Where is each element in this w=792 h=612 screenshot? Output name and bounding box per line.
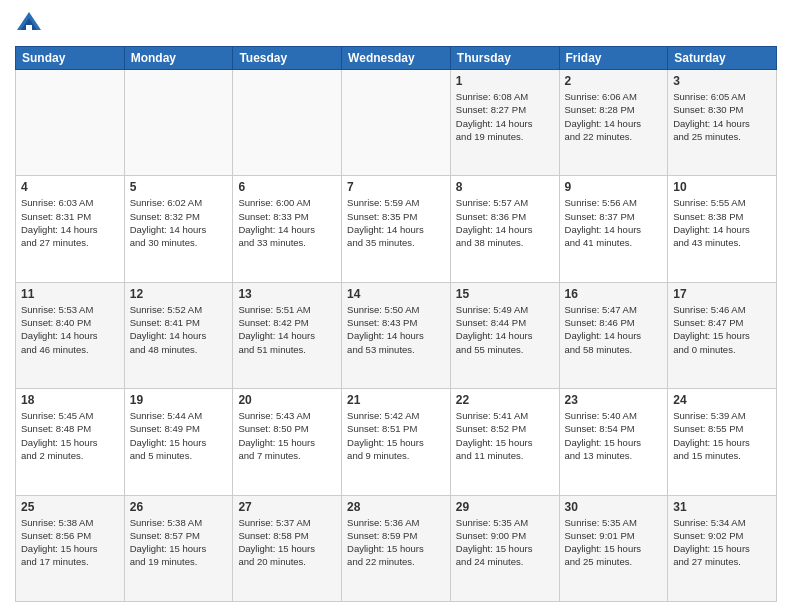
logo [15,10,47,38]
day-number: 19 [130,393,228,407]
day-number: 7 [347,180,445,194]
calendar-cell: 13Sunrise: 5:51 AM Sunset: 8:42 PM Dayli… [233,282,342,388]
day-info: Sunrise: 5:45 AM Sunset: 8:48 PM Dayligh… [21,409,119,462]
calendar-cell: 10Sunrise: 5:55 AM Sunset: 8:38 PM Dayli… [668,176,777,282]
day-info: Sunrise: 5:38 AM Sunset: 8:56 PM Dayligh… [21,516,119,569]
day-number: 10 [673,180,771,194]
calendar-cell: 11Sunrise: 5:53 AM Sunset: 8:40 PM Dayli… [16,282,125,388]
day-number: 11 [21,287,119,301]
day-info: Sunrise: 5:35 AM Sunset: 9:01 PM Dayligh… [565,516,663,569]
day-number: 4 [21,180,119,194]
calendar-cell: 12Sunrise: 5:52 AM Sunset: 8:41 PM Dayli… [124,282,233,388]
day-info: Sunrise: 5:50 AM Sunset: 8:43 PM Dayligh… [347,303,445,356]
day-info: Sunrise: 5:43 AM Sunset: 8:50 PM Dayligh… [238,409,336,462]
day-info: Sunrise: 5:42 AM Sunset: 8:51 PM Dayligh… [347,409,445,462]
day-number: 27 [238,500,336,514]
calendar-cell: 18Sunrise: 5:45 AM Sunset: 8:48 PM Dayli… [16,389,125,495]
day-number: 24 [673,393,771,407]
day-info: Sunrise: 6:06 AM Sunset: 8:28 PM Dayligh… [565,90,663,143]
day-number: 20 [238,393,336,407]
calendar-cell: 24Sunrise: 5:39 AM Sunset: 8:55 PM Dayli… [668,389,777,495]
day-info: Sunrise: 6:00 AM Sunset: 8:33 PM Dayligh… [238,196,336,249]
day-info: Sunrise: 5:38 AM Sunset: 8:57 PM Dayligh… [130,516,228,569]
calendar-cell: 28Sunrise: 5:36 AM Sunset: 8:59 PM Dayli… [342,495,451,601]
calendar-cell [233,70,342,176]
day-info: Sunrise: 5:47 AM Sunset: 8:46 PM Dayligh… [565,303,663,356]
calendar-cell: 6Sunrise: 6:00 AM Sunset: 8:33 PM Daylig… [233,176,342,282]
day-number: 23 [565,393,663,407]
day-number: 9 [565,180,663,194]
calendar-cell: 19Sunrise: 5:44 AM Sunset: 8:49 PM Dayli… [124,389,233,495]
calendar-cell: 31Sunrise: 5:34 AM Sunset: 9:02 PM Dayli… [668,495,777,601]
calendar-cell: 15Sunrise: 5:49 AM Sunset: 8:44 PM Dayli… [450,282,559,388]
day-info: Sunrise: 5:34 AM Sunset: 9:02 PM Dayligh… [673,516,771,569]
calendar-cell: 21Sunrise: 5:42 AM Sunset: 8:51 PM Dayli… [342,389,451,495]
calendar-cell: 16Sunrise: 5:47 AM Sunset: 8:46 PM Dayli… [559,282,668,388]
day-number: 15 [456,287,554,301]
day-info: Sunrise: 5:52 AM Sunset: 8:41 PM Dayligh… [130,303,228,356]
day-info: Sunrise: 5:40 AM Sunset: 8:54 PM Dayligh… [565,409,663,462]
day-number: 29 [456,500,554,514]
day-info: Sunrise: 5:59 AM Sunset: 8:35 PM Dayligh… [347,196,445,249]
day-info: Sunrise: 6:02 AM Sunset: 8:32 PM Dayligh… [130,196,228,249]
calendar-cell: 3Sunrise: 6:05 AM Sunset: 8:30 PM Daylig… [668,70,777,176]
day-number: 30 [565,500,663,514]
day-info: Sunrise: 5:57 AM Sunset: 8:36 PM Dayligh… [456,196,554,249]
weekday-header: Saturday [668,47,777,70]
header [15,10,777,38]
weekday-header: Friday [559,47,668,70]
calendar-cell [342,70,451,176]
day-info: Sunrise: 5:56 AM Sunset: 8:37 PM Dayligh… [565,196,663,249]
calendar-table: SundayMondayTuesdayWednesdayThursdayFrid… [15,46,777,602]
calendar-week-row: 11Sunrise: 5:53 AM Sunset: 8:40 PM Dayli… [16,282,777,388]
day-info: Sunrise: 5:51 AM Sunset: 8:42 PM Dayligh… [238,303,336,356]
day-number: 5 [130,180,228,194]
day-info: Sunrise: 5:39 AM Sunset: 8:55 PM Dayligh… [673,409,771,462]
day-number: 1 [456,74,554,88]
day-number: 13 [238,287,336,301]
calendar-cell: 20Sunrise: 5:43 AM Sunset: 8:50 PM Dayli… [233,389,342,495]
day-number: 31 [673,500,771,514]
calendar-cell [124,70,233,176]
day-number: 6 [238,180,336,194]
day-number: 18 [21,393,119,407]
calendar-cell: 14Sunrise: 5:50 AM Sunset: 8:43 PM Dayli… [342,282,451,388]
calendar-cell: 23Sunrise: 5:40 AM Sunset: 8:54 PM Dayli… [559,389,668,495]
weekday-header: Thursday [450,47,559,70]
weekday-header: Sunday [16,47,125,70]
calendar-cell: 5Sunrise: 6:02 AM Sunset: 8:32 PM Daylig… [124,176,233,282]
day-info: Sunrise: 5:49 AM Sunset: 8:44 PM Dayligh… [456,303,554,356]
day-number: 28 [347,500,445,514]
calendar-cell: 26Sunrise: 5:38 AM Sunset: 8:57 PM Dayli… [124,495,233,601]
day-info: Sunrise: 6:03 AM Sunset: 8:31 PM Dayligh… [21,196,119,249]
logo-icon [15,10,43,38]
day-number: 14 [347,287,445,301]
calendar-cell: 27Sunrise: 5:37 AM Sunset: 8:58 PM Dayli… [233,495,342,601]
day-info: Sunrise: 5:36 AM Sunset: 8:59 PM Dayligh… [347,516,445,569]
day-number: 25 [21,500,119,514]
calendar-cell [16,70,125,176]
calendar-week-row: 18Sunrise: 5:45 AM Sunset: 8:48 PM Dayli… [16,389,777,495]
calendar-cell: 1Sunrise: 6:08 AM Sunset: 8:27 PM Daylig… [450,70,559,176]
day-info: Sunrise: 5:46 AM Sunset: 8:47 PM Dayligh… [673,303,771,356]
calendar-cell: 7Sunrise: 5:59 AM Sunset: 8:35 PM Daylig… [342,176,451,282]
weekday-header: Tuesday [233,47,342,70]
day-info: Sunrise: 5:41 AM Sunset: 8:52 PM Dayligh… [456,409,554,462]
day-number: 16 [565,287,663,301]
calendar-header-row: SundayMondayTuesdayWednesdayThursdayFrid… [16,47,777,70]
calendar-cell: 8Sunrise: 5:57 AM Sunset: 8:36 PM Daylig… [450,176,559,282]
weekday-header: Wednesday [342,47,451,70]
day-number: 21 [347,393,445,407]
day-number: 12 [130,287,228,301]
day-number: 2 [565,74,663,88]
day-number: 17 [673,287,771,301]
calendar-cell: 29Sunrise: 5:35 AM Sunset: 9:00 PM Dayli… [450,495,559,601]
calendar-cell: 4Sunrise: 6:03 AM Sunset: 8:31 PM Daylig… [16,176,125,282]
page: SundayMondayTuesdayWednesdayThursdayFrid… [0,0,792,612]
calendar-cell: 25Sunrise: 5:38 AM Sunset: 8:56 PM Dayli… [16,495,125,601]
calendar-week-row: 25Sunrise: 5:38 AM Sunset: 8:56 PM Dayli… [16,495,777,601]
day-info: Sunrise: 6:08 AM Sunset: 8:27 PM Dayligh… [456,90,554,143]
calendar-cell: 17Sunrise: 5:46 AM Sunset: 8:47 PM Dayli… [668,282,777,388]
day-info: Sunrise: 5:55 AM Sunset: 8:38 PM Dayligh… [673,196,771,249]
svg-rect-2 [26,25,32,30]
